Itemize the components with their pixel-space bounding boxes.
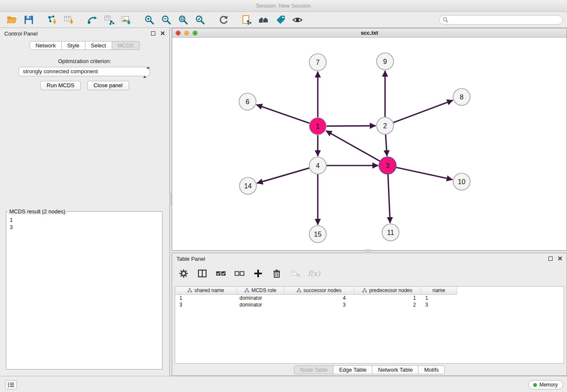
graph-node-15[interactable]: 15 [309, 226, 326, 243]
select-all-button[interactable] [215, 267, 227, 280]
tab-node-table[interactable]: Node Table [294, 365, 334, 374]
graph-node-14[interactable]: 14 [239, 177, 256, 194]
close-panel-icon[interactable] [558, 256, 562, 261]
function-builder-button[interactable]: f(x) [308, 267, 320, 280]
graph-edge-3-10[interactable] [396, 168, 453, 180]
table-row[interactable]: 1 dominator 4 1 1 [175, 295, 564, 301]
cell-name[interactable]: 3 [421, 301, 457, 308]
list-icon [7, 381, 15, 388]
zoom-selected-icon [195, 14, 206, 25]
close-window-icon[interactable]: × [176, 30, 181, 36]
first-neighbors-button[interactable] [255, 13, 272, 27]
criterion-dropdown[interactable]: strongly connected component [19, 67, 150, 76]
float-panel-icon[interactable] [548, 257, 553, 261]
graph-node-7[interactable]: 7 [309, 54, 326, 71]
export-network-table-button[interactable] [101, 13, 118, 27]
graph-edge-2-3[interactable] [385, 135, 387, 156]
task-history-button[interactable] [5, 380, 17, 389]
zoom-out-icon [161, 14, 172, 25]
mcds-result-list[interactable]: 1 3 [6, 215, 162, 232]
close-panel-icon[interactable] [160, 31, 165, 36]
column-header-mcds-role[interactable]: MCDS role [237, 287, 284, 295]
graph-edge-3-1[interactable] [326, 131, 380, 161]
graph-node-9[interactable]: 9 [377, 53, 394, 70]
graph-node-label: 7 [316, 59, 320, 66]
zoom-out-button[interactable] [158, 13, 175, 27]
column-edit-icon [297, 288, 301, 293]
export-network-button[interactable] [84, 13, 101, 27]
cell-successor-nodes[interactable]: 3 [284, 301, 354, 308]
graph-edge-3-11[interactable] [388, 174, 390, 223]
zoom-window-icon[interactable]: + [193, 30, 198, 36]
graph-edge-2-8[interactable] [394, 100, 453, 123]
cell-name[interactable]: 1 [421, 295, 457, 301]
network-window-titlebar[interactable]: × − + scc.txt [172, 28, 567, 38]
run-mcds-button[interactable]: Run MCDS [40, 81, 81, 90]
tab-network[interactable]: Network [30, 41, 62, 50]
zoom-in-button[interactable] [141, 13, 158, 27]
apply-layout-button[interactable] [215, 13, 232, 27]
graph-node-8[interactable]: 8 [453, 88, 470, 105]
tab-motifs[interactable]: Motifs [418, 365, 445, 374]
show-hide-button[interactable] [289, 13, 306, 27]
graph-edge-4-14[interactable] [257, 168, 309, 183]
tab-style[interactable]: Style [61, 41, 85, 50]
memory-button[interactable]: Memory [528, 380, 563, 389]
open-session-button[interactable] [3, 13, 20, 27]
cell-mcds-role[interactable]: dominator [237, 301, 284, 308]
cell-shared-name[interactable]: 3 [175, 301, 237, 308]
mcds-result-box: MCDS result (2 nodes) 1 3 [6, 208, 162, 370]
horizontal-splitter[interactable] [364, 249, 372, 252]
zoom-selected-button[interactable] [192, 13, 209, 27]
graph-node-1[interactable]: 1 [309, 118, 326, 135]
add-row-button[interactable] [252, 267, 264, 280]
graph-node-3[interactable]: 3 [379, 157, 396, 174]
graph-node-2[interactable]: 2 [377, 117, 394, 134]
cell-shared-name[interactable]: 1 [175, 295, 237, 301]
window-title: Session: New Session [256, 3, 311, 9]
cell-predecessor-nodes[interactable]: 1 [354, 295, 421, 301]
tab-mcds[interactable]: MCDS [112, 41, 140, 50]
window-titlebar[interactable]: Session: New Session [0, 0, 567, 12]
cell-successor-nodes[interactable]: 4 [284, 295, 354, 301]
delete-table-button[interactable] [289, 267, 302, 280]
minimize-window-icon[interactable]: − [184, 30, 189, 36]
deselect-all-button[interactable] [233, 267, 246, 280]
network-view-window: × − + scc.txt 7968124314101511 [172, 28, 567, 251]
clone-network-button[interactable] [238, 13, 255, 27]
graph-node-label: 11 [387, 229, 394, 236]
cell-predecessor-nodes[interactable]: 2 [354, 301, 421, 308]
column-header-name[interactable]: name [421, 287, 457, 295]
import-table-button[interactable] [61, 13, 77, 27]
float-panel-icon[interactable] [151, 31, 155, 36]
graph-edge-1-6[interactable] [256, 105, 309, 123]
annotations-button[interactable] [272, 13, 289, 27]
tab-network-table[interactable]: Network Table [372, 365, 418, 374]
show-column-button[interactable] [196, 267, 209, 280]
zoom-fit-button[interactable] [175, 13, 192, 27]
cell-mcds-role[interactable]: dominator [237, 295, 284, 301]
import-network-button[interactable] [44, 13, 61, 27]
tab-select[interactable]: Select [85, 41, 112, 50]
graph-node-11[interactable]: 11 [382, 224, 399, 241]
tab-edge-table[interactable]: Edge Table [333, 365, 372, 374]
search-input[interactable] [439, 15, 563, 25]
column-header-shared-name[interactable]: shared name [175, 287, 237, 295]
save-session-button[interactable] [20, 13, 37, 27]
network-canvas[interactable]: 7968124314101511 [172, 38, 567, 250]
column-header-predecessor-nodes[interactable]: predecessor nodes [354, 287, 421, 295]
column-header-label: name [432, 287, 445, 293]
delete-row-button[interactable] [270, 267, 283, 280]
checked-boxes-icon [215, 268, 226, 279]
table-settings-button[interactable] [177, 267, 190, 280]
column-header-successor-nodes[interactable]: successor nodes [284, 287, 354, 295]
graph-node-6[interactable]: 6 [239, 93, 256, 110]
gear-icon [179, 268, 189, 279]
graph-edge-1-2[interactable] [327, 126, 376, 126]
graph-node-label: 15 [314, 231, 322, 238]
graph-node-4[interactable]: 4 [309, 157, 326, 174]
table-row[interactable]: 3 dominator 3 2 3 [175, 301, 564, 308]
graph-node-10[interactable]: 10 [453, 173, 470, 190]
close-panel-button[interactable]: Close panel [87, 81, 129, 90]
export-image-button[interactable] [118, 13, 135, 27]
